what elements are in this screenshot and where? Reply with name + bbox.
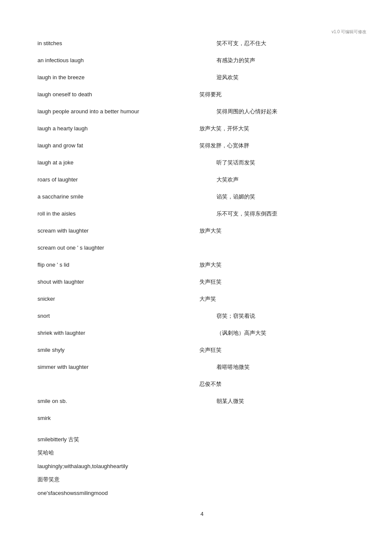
english-term: laugh in the breeze [37, 72, 199, 82]
english-term: roars of laughter [37, 174, 199, 184]
chinese-translation: （讽刺地）高声大笑 [199, 327, 366, 338]
chinese-translation: 笑得周围的人心情好起来 [199, 106, 366, 116]
entry-row: a saccharine smile谄笑，谄媚的笑 [37, 191, 366, 204]
chinese-translation: 有感染力的笑声 [199, 55, 366, 65]
chinese-translation: 放声大笑，开怀大笑 [199, 123, 366, 133]
entry-row: scream with laughter放声大笑 [37, 225, 366, 239]
english-term: an infectious laugh [37, 55, 199, 65]
english-term: snicker [37, 293, 199, 304]
standalone-line: 笑哈哈 [37, 448, 366, 457]
entry-row: in stitches笑不可支，忍不住大 [37, 37, 366, 51]
standalone-line: 面带笑意 [37, 474, 366, 484]
english-term: shriek with laughter [37, 327, 199, 338]
chinese-translation: 听了笑话而发笑 [199, 157, 366, 167]
english-term: snort [37, 310, 199, 321]
english-term: smile shyly [37, 344, 199, 355]
entry-row: laugh people around into a better humour… [37, 106, 366, 119]
english-term: smirk [37, 412, 199, 423]
entry-row: laugh in the breeze迎风欢笑 [37, 72, 366, 85]
english-term: roll in the aisles [37, 208, 199, 219]
chinese-translation: 窃笑；窃笑着说 [199, 310, 366, 321]
entry-row: laugh oneself to death笑得要死 [37, 89, 366, 102]
chinese-translation: 大声笑 [199, 293, 366, 304]
english-term: shout with laughter [37, 276, 199, 287]
english-term: laugh and grow fat [37, 140, 199, 150]
chinese-translation [199, 242, 366, 244]
entry-row: laugh at a joke听了笑话而发笑 [37, 157, 366, 170]
chinese-translation: 失声狂笑 [199, 276, 366, 287]
chinese-translation: 忍俊不禁 [199, 378, 366, 389]
entry-row: smile on sb.朝某人微笑 [37, 395, 366, 409]
entry-row: flip one ' s lid放声大笑 [37, 259, 366, 273]
page-number: 4 [37, 511, 366, 517]
chinese-translation: 着嗒嗒地微笑 [199, 361, 366, 372]
english-term: simmer with laughter [37, 361, 199, 372]
chinese-translation: 笑得要死 [199, 89, 366, 99]
chinese-translation: 乐不可支，笑得东倒西歪 [199, 208, 366, 219]
entry-row: shout with laughter失声狂笑 [37, 276, 366, 290]
standalone-line: laughingly;withalaugh,tolaughheartily [37, 461, 366, 471]
entry-row: an infectious laugh有感染力的笑声 [37, 55, 366, 68]
entry-row: laugh a hearty laugh放声大笑，开怀大笑 [37, 123, 366, 136]
standalone-line: one'sfaceshowssmilingmood [37, 488, 366, 498]
chinese-translation: 笑不可支，忍不住大 [199, 37, 366, 48]
chinese-translation: 大笑欢声 [199, 174, 366, 184]
entry-row: roars of laughter大笑欢声 [37, 174, 366, 187]
entry-row: snort窃笑；窃笑着说 [37, 310, 366, 324]
entry-row: roll in the aisles乐不可支，笑得东倒西歪 [37, 208, 366, 221]
entry-row: smirk [37, 412, 366, 426]
english-term: laugh people around into a better humour [37, 106, 199, 116]
chinese-translation: 谄笑，谄媚的笑 [199, 191, 366, 201]
entry-row: shriek with laughter（讽刺地）高声大笑 [37, 327, 366, 341]
entry-row: scream out one ' s laughter [37, 242, 366, 256]
english-term: scream out one ' s laughter [37, 242, 199, 253]
chinese-translation: 放声大笑 [199, 225, 366, 236]
chinese-translation: 笑得发胖，心宽体胖 [199, 140, 366, 150]
chinese-translation: 迎风欢笑 [199, 72, 366, 82]
chinese-translation: 朝某人微笑 [199, 395, 366, 406]
entry-row: smile shyly尖声狂笑 [37, 344, 366, 358]
english-term: a saccharine smile [37, 191, 199, 201]
english-term: in stitches [37, 37, 199, 48]
chinese-translation: 尖声狂笑 [199, 344, 366, 355]
chinese-translation [199, 412, 366, 414]
standalone-line: smilebitterly 古笑 [37, 434, 366, 444]
version-label: v1.0 可编辑可修改 [331, 29, 366, 35]
entry-row: laugh and grow fat笑得发胖，心宽体胖 [37, 140, 366, 153]
entry-row: 忍俊不禁 [37, 378, 366, 392]
entry-row: snicker大声笑 [37, 293, 366, 307]
english-term: laugh at a joke [37, 157, 199, 167]
english-term: flip one ' s lid [37, 259, 199, 270]
english-term: smile on sb. [37, 395, 199, 406]
english-term: laugh a hearty laugh [37, 123, 199, 133]
entry-row: simmer with laughter着嗒嗒地微笑 [37, 361, 366, 375]
english-term: laugh oneself to death [37, 89, 199, 99]
chinese-translation: 放声大笑 [199, 259, 366, 270]
english-term [37, 378, 199, 380]
english-term: scream with laughter [37, 225, 199, 236]
